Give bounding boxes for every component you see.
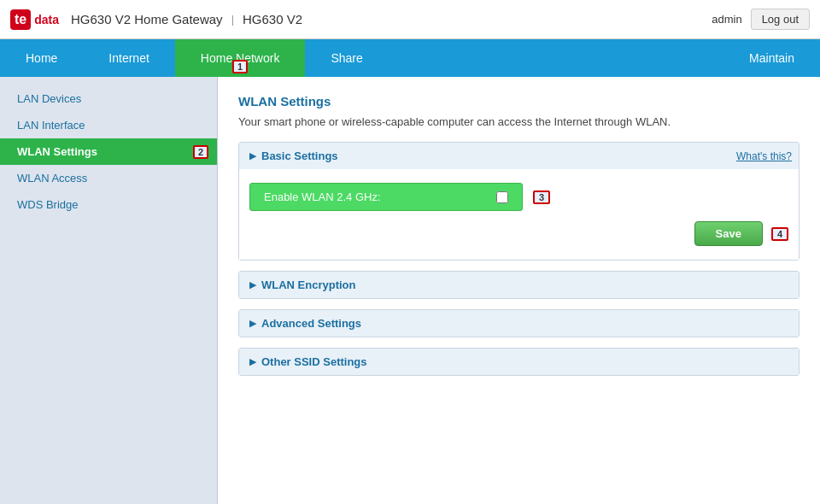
nav-badge-1: 1 [232,60,248,73]
enable-wlan-label: Enable WLAN 2.4 GHz: [249,183,523,211]
logo: te data [10,9,59,30]
main-layout: LAN Devices LAN Interface WLAN Settings … [0,77,820,504]
basic-settings-body: Enable WLAN 2.4 GHz: 3 Save 4 [239,169,799,260]
header: te data HG630 V2 Home Gateway | HG630 V2… [0,0,820,39]
basic-settings-arrow: ▶ [249,150,256,161]
other-ssid-section: ▶ Other SSID Settings [238,348,800,376]
wlan-encryption-section: ▶ WLAN Encryption [238,271,800,299]
wlan-encryption-arrow: ▶ [249,279,256,290]
logo-icon: te [10,9,31,30]
badge-3: 3 [533,190,550,204]
save-row: Save 4 [249,221,788,246]
sidebar-item-wds-bridge[interactable]: WDS Bridge [0,191,217,218]
sidebar-item-lan-devices[interactable]: LAN Devices [0,85,217,112]
enable-wlan-row: Enable WLAN 2.4 GHz: 3 [249,183,788,211]
wlan-encryption-title: WLAN Encryption [261,278,356,291]
main-nav: Home Internet Home Network 1 Share Maint… [0,39,820,77]
header-subtitle: HG630 V2 [243,12,302,26]
basic-settings-header[interactable]: ▶ Basic Settings What's this? [239,143,799,169]
page-title: WLAN Settings [238,94,800,108]
logout-button[interactable]: Log out [751,9,810,30]
wlan-encryption-header[interactable]: ▶ WLAN Encryption [239,272,799,298]
content-area: WLAN Settings Your smart phone or wirele… [218,77,820,504]
enable-wlan-checkbox[interactable] [496,191,508,203]
header-right: admin Log out [712,9,810,30]
badge-4: 4 [771,227,788,241]
header-title: HG630 V2 Home Gateway [71,12,223,26]
advanced-settings-header[interactable]: ▶ Advanced Settings [239,310,799,337]
nav-item-maintain[interactable]: Maintain [723,39,820,77]
sidebar: LAN Devices LAN Interface WLAN Settings … [0,77,218,504]
sidebar-badge-2: 2 [193,145,208,159]
basic-settings-title: Basic Settings [261,149,338,162]
nav-item-home-network[interactable]: Home Network 1 [175,39,306,77]
admin-label: admin [712,13,741,26]
other-ssid-arrow: ▶ [249,356,256,367]
advanced-settings-title: Advanced Settings [261,317,361,330]
sidebar-item-wlan-access[interactable]: WLAN Access [0,165,217,191]
header-divider: | [231,13,234,26]
page-description: Your smart phone or wireless-capable com… [238,115,800,128]
nav-item-home[interactable]: Home [0,39,83,77]
advanced-settings-section: ▶ Advanced Settings [238,309,800,337]
whats-this-link[interactable]: What's this? [736,150,792,162]
nav-item-internet[interactable]: Internet [83,39,174,77]
logo-te-text: te [15,12,26,27]
sidebar-item-lan-interface[interactable]: LAN Interface [0,112,217,138]
nav-item-share[interactable]: Share [305,39,388,77]
advanced-settings-arrow: ▶ [249,318,256,329]
save-button[interactable]: Save [694,221,763,246]
basic-settings-section: ▶ Basic Settings What's this? Enable WLA… [238,142,800,261]
sidebar-item-wlan-settings[interactable]: WLAN Settings 2 [0,138,217,165]
other-ssid-header[interactable]: ▶ Other SSID Settings [239,349,799,375]
other-ssid-title: Other SSID Settings [261,355,367,368]
logo-data-text: data [34,13,59,26]
